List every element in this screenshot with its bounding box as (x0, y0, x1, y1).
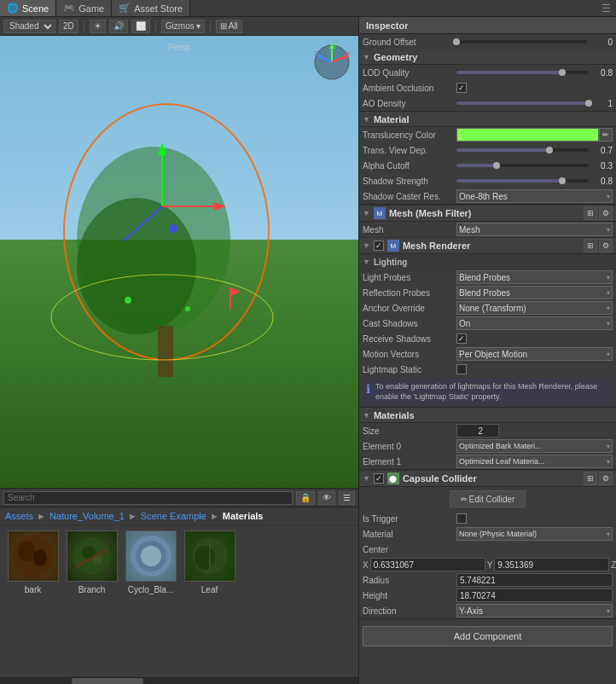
audio-btn[interactable]: 🔊 (109, 20, 128, 33)
ground-offset-label: Ground Offset (363, 38, 456, 47)
asset-eye-btn[interactable]: 👁 (318, 491, 335, 505)
direction-dropdown[interactable]: Y-Axis ▾ (456, 604, 613, 617)
assets-grid: bark Branch (0, 525, 358, 677)
receive-shadows-checkbox[interactable] (456, 333, 467, 344)
mesh-filter-arrow[interactable]: ▼ (363, 209, 370, 217)
capsule-checkbox[interactable] (374, 473, 384, 484)
shadow-strength-slider[interactable] (456, 179, 589, 183)
lightmap-static-checkbox[interactable] (456, 364, 467, 374)
is-trigger-checkbox[interactable] (456, 513, 467, 524)
capsule-menu-btn[interactable]: ⚙ (599, 472, 613, 485)
shadow-caster-res-dropdown[interactable]: One-8th Res ▾ (456, 189, 613, 203)
mesh-renderer-icons: ⊞ ⚙ (584, 239, 613, 252)
anchor-override-val: None (Transform) (459, 304, 526, 313)
trans-view-dep-track[interactable] (456, 148, 589, 152)
breadcrumb-nature[interactable]: Nature_Volume_1 (49, 511, 125, 521)
mesh-renderer-checkbox[interactable] (374, 241, 384, 251)
anchor-override-dropdown[interactable]: None (Transform) ▾ (456, 301, 613, 315)
ground-offset-value: 0 (456, 38, 613, 47)
breadcrumb-scene[interactable]: Scene Example (141, 511, 206, 521)
collider-material-row: Material None (Physic Material) ▾ (359, 526, 616, 542)
search-input[interactable] (3, 491, 293, 505)
geometry-header[interactable]: ▼ Geometry (359, 49, 616, 65)
scene-viewport[interactable]: Y X Z Persp (0, 36, 358, 488)
mesh-renderer-settings-btn[interactable]: ⊞ (584, 239, 597, 252)
capsule-icons: ⊞ ⚙ (584, 472, 613, 485)
twod-btn[interactable]: 2D (59, 20, 78, 33)
asset-store-tab-label: Asset Store (134, 3, 183, 14)
ambient-occlusion-label: Ambient Occlusion (363, 84, 456, 93)
ground-offset-track[interactable] (456, 40, 587, 43)
shadow-strength-fill (456, 179, 562, 183)
edit-collider-btn[interactable]: ✏ Edit Collider (450, 490, 526, 507)
all-btn[interactable]: ⊞ All (216, 20, 242, 33)
center-x-input[interactable] (370, 558, 485, 571)
radius-input[interactable] (456, 573, 613, 587)
light-probes-row: Light Probes Blend Probes ▾ (359, 270, 616, 285)
element0-dropdown[interactable]: Optimized Bark Materi... ▾ (456, 439, 613, 453)
materials-header[interactable]: ▼ Materials (359, 408, 616, 423)
asset-bark[interactable]: bark (5, 530, 61, 672)
assets-scrollbar[interactable] (0, 677, 358, 684)
ao-density-track[interactable] (456, 101, 589, 105)
light-btn[interactable]: ☀ (90, 20, 106, 33)
translucency-color-swatch[interactable] (456, 128, 599, 142)
gizmos-btn[interactable]: Gizmos ▾ (161, 20, 205, 33)
capsule-arrow[interactable]: ▼ (363, 474, 370, 483)
materials-size-input[interactable] (456, 424, 499, 438)
asset-leaf[interactable]: Leaf (182, 530, 237, 672)
translucency-color-edit[interactable]: ✏ (599, 128, 613, 142)
all-text: All (229, 21, 238, 31)
center-y-input[interactable] (494, 558, 609, 571)
screen-btn[interactable]: ⬜ (131, 20, 150, 33)
element1-dropdown[interactable]: Optimized Leaf Materia... ▾ (456, 455, 613, 468)
asset-branch[interactable]: Branch (64, 530, 119, 672)
ao-density-slider[interactable] (456, 101, 589, 105)
tab-scene[interactable]: 🌐 Scene (0, 0, 56, 16)
collider-material-dropdown[interactable]: None (Physic Material) ▾ (456, 527, 613, 541)
asset-lock-btn[interactable]: 🔒 (296, 491, 315, 505)
height-input[interactable] (456, 588, 613, 602)
scene-terrain (0, 240, 358, 489)
mesh-filter-menu-btn[interactable]: ⚙ (599, 206, 613, 220)
motion-vectors-dropdown[interactable]: Per Object Motion ▾ (456, 347, 613, 361)
shaded-select[interactable]: Shaded (3, 20, 55, 33)
lighting-subhdr: ▼ Lighting (359, 254, 616, 270)
tab-menu-btn[interactable]: ☰ (596, 0, 616, 16)
height-label: Height (363, 591, 456, 600)
translucency-color-label: Translucency Color (363, 130, 456, 140)
element1-row: Element 1 Optimized Leaf Materia... ▾ (359, 454, 616, 469)
shadow-strength-track[interactable] (456, 179, 589, 183)
edit-collider-label: Edit Collider (469, 495, 515, 504)
mesh-renderer-arrow[interactable]: ▼ (363, 241, 370, 250)
tab-game[interactable]: 🎮 Game (56, 0, 112, 16)
ao-density-fill (456, 101, 589, 105)
add-component-btn[interactable]: Add Component (363, 626, 613, 646)
inspector-title: Inspector (366, 20, 409, 31)
breadcrumb-assets[interactable]: Assets (5, 511, 33, 521)
tab-asset-store[interactable]: 🛒 Asset Store (112, 0, 190, 16)
lod-quality-slider[interactable] (456, 71, 589, 74)
mesh-renderer-menu-btn[interactable]: ⚙ (599, 239, 613, 252)
mesh-filter-settings-btn[interactable]: ⊞ (584, 206, 597, 220)
alpha-cutoff-slider[interactable] (456, 164, 589, 167)
reflection-probes-dropdown[interactable]: Blend Probes ▾ (456, 286, 613, 299)
ao-density-label: AO Density (363, 99, 456, 108)
asset-menu-btn[interactable]: ☰ (339, 491, 355, 505)
lod-quality-track[interactable] (456, 71, 589, 74)
material-header[interactable]: ▼ Material (359, 112, 616, 127)
alpha-cutoff-track[interactable] (456, 164, 589, 167)
reflection-probes-label: Reflection Probes (363, 288, 456, 298)
asset-store-tab-icon: 🛒 (119, 3, 131, 14)
trans-view-dep-slider[interactable] (456, 148, 589, 152)
breadcrumb: Assets ► Nature_Volume_1 ► Scene Example… (0, 507, 358, 525)
shadow-caster-res-label: Shadow Caster Res. (363, 192, 456, 201)
lighting-arrow[interactable]: ▼ (363, 258, 370, 266)
mesh-dropdown[interactable]: Mesh ▾ (456, 223, 613, 236)
ground-offset-slider[interactable] (456, 40, 587, 43)
asset-cyclo[interactable]: Cyclo_Bla... (123, 530, 178, 672)
capsule-settings-btn[interactable]: ⊞ (584, 472, 597, 485)
ambient-occlusion-checkbox[interactable] (456, 83, 467, 93)
cast-shadows-dropdown[interactable]: On ▾ (456, 316, 613, 330)
light-probes-dropdown[interactable]: Blend Probes ▾ (456, 270, 613, 284)
